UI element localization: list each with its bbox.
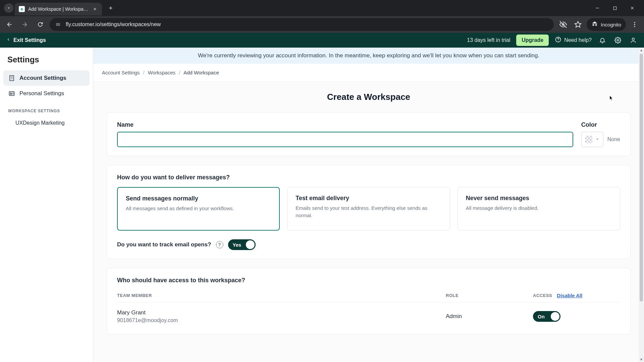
delivery-option-test[interactable]: Test email delivery Emails send to your … [287, 187, 450, 231]
breadcrumb-separator: / [179, 70, 180, 75]
svg-rect-12 [9, 92, 14, 96]
incognito-indicator[interactable]: Incognito [587, 18, 626, 31]
member-email: 9018671e@moodjoy.com [117, 317, 446, 323]
new-tab-button[interactable] [105, 3, 116, 13]
help-tooltip-icon[interactable]: ? [216, 241, 223, 248]
scrollbar-track[interactable]: ▲ ▼ [639, 48, 644, 362]
favicon-icon: ⎋ [19, 6, 25, 12]
id-card-icon [8, 90, 15, 97]
delivery-option-never[interactable]: Never send messages All message delivery… [458, 187, 620, 231]
chevron-left-icon [6, 37, 11, 43]
sidebar-item-label: Personal Settings [19, 90, 64, 97]
workspace-name-input[interactable] [117, 132, 573, 147]
sidebar-workspace-item[interactable]: UXDesign Marketing [3, 117, 90, 129]
access-row: Mary Grant 9018671e@moodjoy.com Admin On [117, 303, 620, 325]
scrollbar-thumb[interactable] [640, 54, 643, 302]
delivery-option-title: Never send messages [466, 195, 612, 202]
disable-all-link[interactable]: Disable All [557, 293, 582, 298]
help-circle-icon [555, 36, 561, 44]
toggle-knob [246, 240, 255, 249]
delivery-section-title: How do you want to deliver messages? [117, 174, 620, 181]
sidebar: Settings Account Settings Personal Setti… [0, 48, 93, 362]
profile-button[interactable] [629, 36, 638, 45]
forward-button[interactable] [19, 18, 31, 31]
browser-toolbar: fly.customer.io/settings/workspaces/new … [0, 16, 644, 33]
page-title: Create a Workspace [107, 92, 631, 102]
sidebar-item-label: Account Settings [19, 75, 66, 81]
incognito-label: Incognito [601, 22, 621, 27]
app-body: Settings Account Settings Personal Setti… [0, 48, 644, 362]
member-name: Mary Grant [117, 309, 446, 316]
trial-days-text: 13 days left in trial [467, 37, 510, 43]
exit-settings-label: Exit Settings [13, 37, 46, 43]
url-text: fly.customer.io/settings/workspaces/new [66, 21, 549, 27]
review-banner: We're currently reviewing your account i… [93, 48, 644, 64]
svg-marker-3 [575, 21, 581, 27]
reload-button[interactable] [34, 18, 46, 31]
color-picker-button[interactable] [581, 132, 603, 147]
col-team-member: TEAM MEMBER [117, 293, 446, 298]
browser-menu-button[interactable] [629, 18, 641, 31]
sidebar-title: Settings [3, 54, 90, 70]
exit-settings-button[interactable]: Exit Settings [6, 37, 46, 43]
svg-rect-0 [596, 8, 599, 8]
card-delivery: How do you want to deliver messages? Sen… [107, 165, 631, 259]
scroll-up-arrow-icon[interactable]: ▲ [639, 48, 644, 52]
delivery-option-title: Send messages normally [126, 195, 271, 202]
eye-off-icon[interactable] [557, 18, 569, 31]
need-help-label: Need help? [564, 37, 592, 43]
tab-search-button[interactable] [4, 3, 13, 13]
breadcrumb-separator: / [143, 70, 145, 75]
card-access: Who should have access to this workspace… [107, 268, 631, 335]
scroll-down-arrow-icon[interactable]: ▼ [639, 358, 644, 361]
site-info-icon[interactable] [54, 21, 62, 28]
svg-point-8 [558, 41, 558, 41]
breadcrumb-workspaces[interactable]: Workspaces [148, 70, 175, 75]
browser-tab[interactable]: ⎋ Add Workspace | Workspaces | [15, 3, 102, 15]
card-name-color: Name Color None [107, 112, 631, 156]
swatch-none-icon [585, 136, 592, 143]
track-opens-toggle[interactable]: Yes [228, 239, 256, 250]
back-button[interactable] [3, 18, 15, 31]
window-minimize-button[interactable] [590, 2, 605, 14]
building-icon [8, 74, 15, 82]
sidebar-section-label: WORKSPACE SETTINGS [3, 101, 90, 117]
delivery-option-desc: All message delivery is disabled. [466, 204, 612, 212]
address-bar[interactable]: fly.customer.io/settings/workspaces/new [50, 18, 554, 31]
member-access-toggle[interactable]: On [533, 311, 560, 322]
name-label: Name [117, 121, 573, 128]
app-root: Exit Settings 13 days left in trial Upgr… [0, 33, 644, 362]
delivery-option-desc: All messages send as defined in your wor… [126, 205, 271, 212]
upgrade-button[interactable]: Upgrade [516, 35, 549, 46]
window-close-button[interactable] [625, 2, 640, 14]
app-header: Exit Settings 13 days left in trial Upgr… [0, 33, 644, 48]
color-label: Color [581, 121, 620, 128]
access-section-title: Who should have access to this workspace… [117, 277, 620, 284]
breadcrumb: Account Settings / Workspaces / Add Work… [93, 64, 644, 82]
svg-point-9 [617, 40, 619, 41]
delivery-option-title: Test email delivery [296, 195, 441, 202]
window-maximize-button[interactable] [607, 2, 623, 14]
browser-chrome: ⎋ Add Workspace | Workspaces | fly.custo… [0, 0, 644, 33]
svg-point-10 [632, 38, 635, 40]
svg-point-6 [634, 26, 635, 27]
sidebar-item-account-settings[interactable]: Account Settings [3, 70, 90, 86]
tab-close-button[interactable] [92, 6, 98, 12]
svg-point-4 [634, 22, 635, 23]
col-role: ROLE [446, 293, 533, 298]
color-value-label: None [607, 136, 620, 142]
svg-rect-11 [10, 76, 14, 81]
member-role: Admin [446, 313, 533, 320]
sidebar-item-personal-settings[interactable]: Personal Settings [3, 86, 90, 101]
tab-strip: ⎋ Add Workspace | Workspaces | [0, 0, 644, 16]
delivery-option-normal[interactable]: Send messages normally All messages send… [117, 187, 280, 231]
svg-point-5 [634, 24, 635, 25]
breadcrumb-account-settings[interactable]: Account Settings [102, 70, 140, 75]
star-icon[interactable] [572, 18, 584, 31]
notifications-button[interactable] [598, 36, 607, 45]
need-help-button[interactable]: Need help? [555, 36, 592, 44]
settings-gear-button[interactable] [613, 36, 623, 45]
main-content: We're currently reviewing your account i… [93, 48, 644, 362]
breadcrumb-current: Add Workspace [183, 70, 219, 75]
chevron-down-icon [595, 137, 600, 142]
